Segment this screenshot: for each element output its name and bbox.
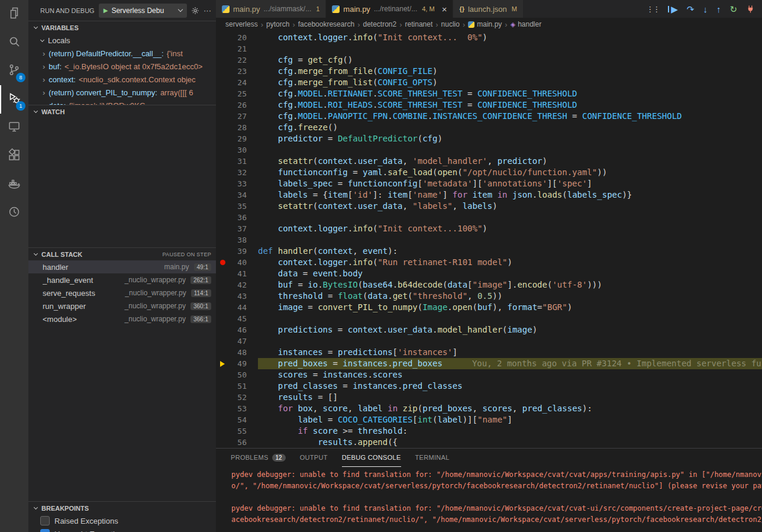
code-text[interactable]: results.append({	[258, 437, 762, 448]
line-number[interactable]: 50	[229, 369, 247, 381]
code-text[interactable]: setattr(context.user_data, "labels", lab…	[258, 201, 762, 212]
variable-row[interactable]: ›buf:<_io.BytesIO object at 0x7f5a2dc1ec…	[28, 60, 216, 73]
line-number[interactable]: 40	[229, 257, 247, 268]
gutter-glyph-margin[interactable]	[216, 144, 229, 156]
code-text[interactable]: instances = predictions['instances']	[258, 347, 762, 358]
line-number[interactable]: 23	[229, 66, 247, 77]
line-number[interactable]: 33	[229, 178, 247, 189]
code-text[interactable]: functionconfig = yaml.safe_load(open("/o…	[258, 167, 762, 178]
gutter-glyph-margin[interactable]	[216, 54, 229, 66]
activity-item-explorer[interactable]	[0, 0, 28, 28]
code-line[interactable]: 55 if score >= threshold:	[216, 425, 762, 437]
activity-item-search[interactable]	[0, 28, 28, 57]
code-line[interactable]: 48 instances = predictions['instances']	[216, 347, 762, 358]
code-text[interactable]: predictions = context.user_data.model_ha…	[258, 324, 762, 336]
breakpoint-icon[interactable]	[220, 260, 225, 265]
more-actions-icon[interactable]: ···	[204, 6, 211, 15]
restart-button[interactable]: ↻	[729, 5, 737, 14]
gutter-glyph-margin[interactable]	[216, 201, 229, 212]
gutter-glyph-margin[interactable]	[216, 167, 229, 178]
editor-tab[interactable]: main.py.../siammask/...1	[216, 0, 326, 18]
code-line[interactable]: 35 setattr(context.user_data, "labels", …	[216, 201, 762, 212]
code-line[interactable]: 51 pred_classes = instances.pred_classes	[216, 381, 762, 392]
gutter-glyph-margin[interactable]	[216, 291, 229, 302]
code-text[interactable]: labels = {item['id']: item['name'] for i…	[258, 189, 762, 201]
debug-config-dropdown[interactable]: ▶ Serverless Debu	[99, 4, 187, 18]
line-number[interactable]: 46	[229, 324, 247, 336]
gutter-glyph-margin[interactable]	[216, 133, 229, 144]
line-number[interactable]: 49	[229, 358, 247, 369]
stack-frame-row[interactable]: <module>_nuclio_wrapper.py366:1	[28, 312, 216, 325]
load-all-stack-frames-link[interactable]: Load All Stack Frames	[28, 325, 216, 327]
code-line[interactable]: 33 labels_spec = functionconfig['metadat…	[216, 178, 762, 189]
code-line[interactable]: 43 threshold = float(data.get("threshold…	[216, 291, 762, 302]
code-line[interactable]: 31 setattr(context.user_data, 'model_han…	[216, 156, 762, 167]
line-number[interactable]: 29	[229, 133, 247, 144]
code-text[interactable]: labels_spec = functionconfig['metadata']…	[258, 178, 762, 189]
code-line[interactable]: 53 for box, score, label in zip(pred_box…	[216, 403, 762, 414]
gutter-glyph-margin[interactable]	[216, 324, 229, 336]
code-line[interactable]: 32 functionconfig = yaml.safe_load(open(…	[216, 167, 762, 178]
variable-row[interactable]: ›(return) DefaultPredictor.__call__:{'in…	[28, 47, 216, 60]
step-over-button[interactable]: ↷	[687, 5, 695, 14]
code-line[interactable]: 23 cfg.merge_from_file(CONFIG_FILE)	[216, 66, 762, 77]
breadcrumb-item[interactable]: facebookresearch	[298, 20, 354, 28]
gutter-glyph-margin[interactable]	[216, 403, 229, 414]
stack-frame-row[interactable]: handlermain.py49:1	[28, 260, 216, 273]
gutter-glyph-margin[interactable]	[216, 414, 229, 425]
code-line[interactable]: 52 results = []	[216, 392, 762, 403]
activity-item-source-control[interactable]: 8	[0, 57, 28, 85]
code-text[interactable]	[258, 212, 762, 223]
watch-section-header[interactable]: WATCH	[28, 105, 216, 118]
code-line[interactable]: 39def handler(context, event):	[216, 246, 762, 257]
breadcrumb-item[interactable]: serverless	[225, 20, 258, 28]
code-line[interactable]: 47	[216, 336, 762, 347]
line-number[interactable]: 55	[229, 425, 247, 437]
line-number[interactable]: 26	[229, 99, 247, 111]
code-line[interactable]: 46 predictions = context.user_data.model…	[216, 324, 762, 336]
gutter-glyph-margin[interactable]	[216, 223, 229, 234]
line-number[interactable]: 22	[229, 54, 247, 66]
stack-frame-row[interactable]: run_wrapper_nuclio_wrapper.py360:1	[28, 299, 216, 312]
code-line[interactable]: 38	[216, 234, 762, 246]
breakpoint-row[interactable]: Uncaught Exceptions	[28, 527, 216, 532]
code-line[interactable]: 24 cfg.merge_from_list(CONFIG_OPTS)	[216, 77, 762, 88]
step-out-button[interactable]: ↑	[716, 5, 721, 14]
activity-item-docker[interactable]	[0, 170, 28, 199]
line-number[interactable]: 25	[229, 88, 247, 99]
code-text[interactable]: cfg.merge_from_list(CONFIG_OPTS)	[258, 77, 762, 88]
gutter-glyph-margin[interactable]	[216, 43, 229, 54]
line-number[interactable]: 41	[229, 268, 247, 279]
line-number[interactable]: 20	[229, 32, 247, 43]
gutter-glyph-margin[interactable]	[216, 66, 229, 77]
breadcrumb-item[interactable]: detectron2	[363, 20, 396, 28]
gutter-glyph-margin[interactable]	[216, 122, 229, 133]
code-text[interactable]: scores = instances.scores	[258, 369, 762, 381]
code-text[interactable]: cfg.freeze()	[258, 122, 762, 133]
code-text[interactable]	[258, 43, 762, 54]
line-number[interactable]: 28	[229, 122, 247, 133]
panel-tab-problems[interactable]: PROBLEMS12	[231, 449, 286, 467]
line-number[interactable]: 27	[229, 111, 247, 122]
code-text[interactable]: cfg.merge_from_file(CONFIG_FILE)	[258, 66, 762, 77]
line-number[interactable]: 21	[229, 43, 247, 54]
code-line[interactable]: 27 cfg.MODEL.PANOPTIC_FPN.COMBINE.INSTAN…	[216, 111, 762, 122]
code-text[interactable]	[258, 234, 762, 246]
code-line[interactable]: 44 image = convert_PIL_to_numpy(Image.op…	[216, 302, 762, 313]
code-text[interactable]: context.logger.info("Init context... 0%"…	[258, 32, 762, 43]
gutter-glyph-margin[interactable]	[216, 246, 229, 257]
code-text[interactable]	[258, 336, 762, 347]
line-number[interactable]: 48	[229, 347, 247, 358]
code-text[interactable]: cfg = get_cfg()	[258, 54, 762, 66]
gutter-glyph-margin[interactable]	[216, 369, 229, 381]
line-number[interactable]: 30	[229, 144, 247, 156]
code-text[interactable]: label = COCO_CATEGORIES[int(label)]["nam…	[258, 414, 762, 425]
line-number[interactable]: 42	[229, 279, 247, 291]
code-line[interactable]: 42 buf = io.BytesIO(base64.b64decode(dat…	[216, 279, 762, 291]
line-number[interactable]: 37	[229, 223, 247, 234]
line-number[interactable]: 38	[229, 234, 247, 246]
code-text[interactable]: threshold = float(data.get("threshold", …	[258, 291, 762, 302]
code-line[interactable]: 41 data = event.body	[216, 268, 762, 279]
variable-row[interactable]: ›context:<nuclio_sdk.context.Context obj…	[28, 73, 216, 86]
code-line[interactable]: 56 results.append({	[216, 437, 762, 448]
